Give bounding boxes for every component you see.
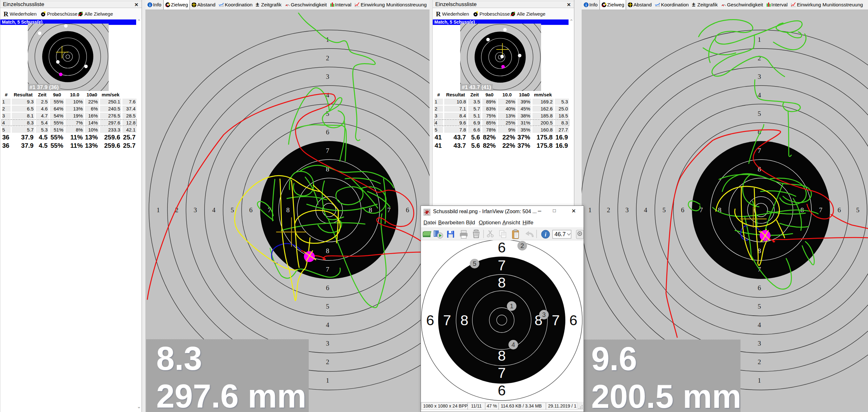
svg-text:3: 3 bbox=[194, 206, 197, 214]
svg-text:2: 2 bbox=[326, 54, 330, 62]
svg-text:1: 1 bbox=[758, 377, 761, 384]
svg-text:7: 7 bbox=[388, 206, 391, 214]
svg-text:5: 5 bbox=[758, 110, 761, 117]
svg-text:6: 6 bbox=[249, 206, 253, 214]
svg-text:8: 8 bbox=[326, 247, 330, 255]
svg-text:4: 4 bbox=[212, 206, 216, 214]
svg-text:2: 2 bbox=[758, 54, 761, 62]
svg-text:2: 2 bbox=[607, 206, 611, 214]
svg-text:7: 7 bbox=[552, 312, 560, 329]
svg-text:46.7: 46.7 bbox=[555, 231, 566, 237]
svg-text:1: 1 bbox=[588, 206, 592, 214]
svg-text:5: 5 bbox=[662, 206, 666, 214]
svg-text:1: 1 bbox=[326, 377, 330, 384]
svg-text:6: 6 bbox=[498, 382, 505, 399]
svg-text:7: 7 bbox=[443, 312, 451, 329]
svg-text:7: 7 bbox=[498, 365, 505, 381]
svg-text:i: i bbox=[545, 231, 546, 238]
svg-text:3: 3 bbox=[625, 206, 629, 214]
svg-text:7: 7 bbox=[819, 206, 823, 214]
svg-text:6: 6 bbox=[758, 284, 761, 292]
svg-text:5: 5 bbox=[856, 206, 860, 214]
svg-text:8: 8 bbox=[460, 312, 468, 329]
svg-text:5: 5 bbox=[758, 303, 761, 310]
svg-text:5: 5 bbox=[326, 303, 330, 310]
svg-text:3: 3 bbox=[326, 73, 330, 80]
svg-text:c: c bbox=[428, 212, 429, 215]
svg-text:3: 3 bbox=[758, 73, 761, 80]
svg-text:1: 1 bbox=[758, 36, 761, 43]
svg-text:4: 4 bbox=[326, 321, 330, 329]
svg-text:8: 8 bbox=[498, 274, 505, 291]
svg-text:2: 2 bbox=[520, 242, 524, 249]
svg-text:4: 4 bbox=[758, 321, 761, 329]
svg-text:6: 6 bbox=[838, 206, 841, 214]
svg-text:6: 6 bbox=[681, 206, 685, 214]
svg-text:3: 3 bbox=[758, 340, 761, 347]
svg-text:8: 8 bbox=[498, 347, 505, 364]
svg-text:6: 6 bbox=[426, 312, 434, 329]
svg-text:3: 3 bbox=[326, 340, 330, 347]
svg-text:6: 6 bbox=[326, 284, 330, 292]
svg-text:2: 2 bbox=[758, 358, 761, 366]
svg-text:3: 3 bbox=[542, 311, 546, 318]
svg-text:5: 5 bbox=[231, 206, 234, 214]
svg-text:2: 2 bbox=[326, 358, 330, 366]
svg-text:6: 6 bbox=[498, 240, 505, 255]
svg-text:5: 5 bbox=[473, 260, 476, 267]
svg-text:1: 1 bbox=[510, 303, 513, 310]
svg-text:4: 4 bbox=[512, 341, 515, 348]
svg-text:4: 4 bbox=[644, 206, 648, 214]
svg-text:7: 7 bbox=[498, 257, 505, 274]
svg-text:6: 6 bbox=[406, 206, 409, 214]
svg-text:6: 6 bbox=[569, 312, 577, 329]
svg-text:6: 6 bbox=[326, 128, 330, 136]
svg-text:8: 8 bbox=[286, 206, 290, 214]
svg-text:7: 7 bbox=[326, 266, 330, 273]
svg-text:7: 7 bbox=[326, 147, 330, 154]
svg-text:1: 1 bbox=[157, 206, 160, 214]
